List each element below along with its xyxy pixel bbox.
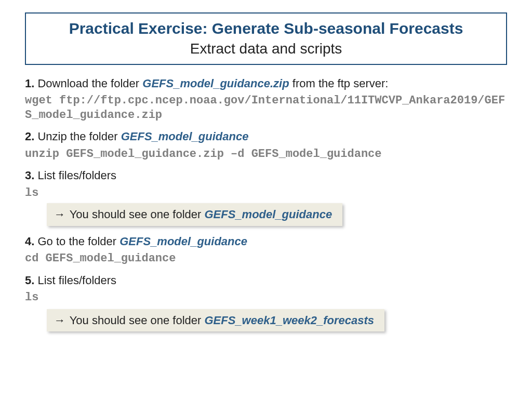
- step-3: 3. List files/folders: [25, 168, 507, 183]
- arrow-icon: →: [54, 314, 66, 327]
- note-text: You should see one folder: [66, 314, 204, 327]
- step-number: 2.: [25, 130, 34, 143]
- step-emph: GEFS_model_guidance: [119, 235, 247, 248]
- note-emph: GEFS_week1_week2_forecasts: [204, 314, 374, 327]
- note-box-1: → You should see one folder GEFS_model_g…: [47, 203, 342, 226]
- step-5: 5. List files/folders: [25, 273, 507, 288]
- command-1: wget ftp://ftp.cpc.ncep.noaa.gov/Interna…: [25, 94, 507, 122]
- title-box: Practical Exercise: Generate Sub-seasona…: [25, 12, 507, 65]
- arrow-icon: →: [54, 208, 66, 221]
- command-2: unzip GEFS_model_guidance.zip –d GEFS_mo…: [25, 147, 507, 162]
- note-text: You should see one folder: [66, 208, 204, 221]
- note-box-2: → You should see one folder GEFS_week1_w…: [47, 309, 384, 332]
- slide-title: Practical Exercise: Generate Sub-seasona…: [34, 19, 498, 38]
- step-text-before: Go to the folder: [34, 235, 119, 248]
- command-3: ls: [25, 186, 507, 201]
- step-number: 1.: [25, 77, 34, 90]
- step-text-before: List files/folders: [34, 169, 116, 182]
- step-text-before: Download the folder: [34, 77, 142, 90]
- slide-subtitle: Extract data and scripts: [34, 39, 498, 58]
- step-emph: GEFS_model_guidance.zip: [142, 77, 289, 90]
- step-text-before: List files/folders: [34, 274, 116, 287]
- step-text-after: from the ftp server:: [289, 77, 389, 90]
- step-number: 4.: [25, 235, 34, 248]
- note-emph: GEFS_model_guidance: [204, 208, 332, 221]
- step-text-before: Unzip the folder: [34, 130, 121, 143]
- step-number: 3.: [25, 169, 34, 182]
- command-4: cd GEFS_model_guidance: [25, 251, 507, 266]
- step-1: 1. Download the folder GEFS_model_guidan…: [25, 76, 507, 91]
- command-5: ls: [25, 290, 507, 305]
- step-emph: GEFS_model_guidance: [121, 130, 249, 143]
- step-number: 5.: [25, 274, 34, 287]
- step-2: 2. Unzip the folder GEFS_model_guidance: [25, 129, 507, 144]
- step-4: 4. Go to the folder GEFS_model_guidance: [25, 234, 507, 249]
